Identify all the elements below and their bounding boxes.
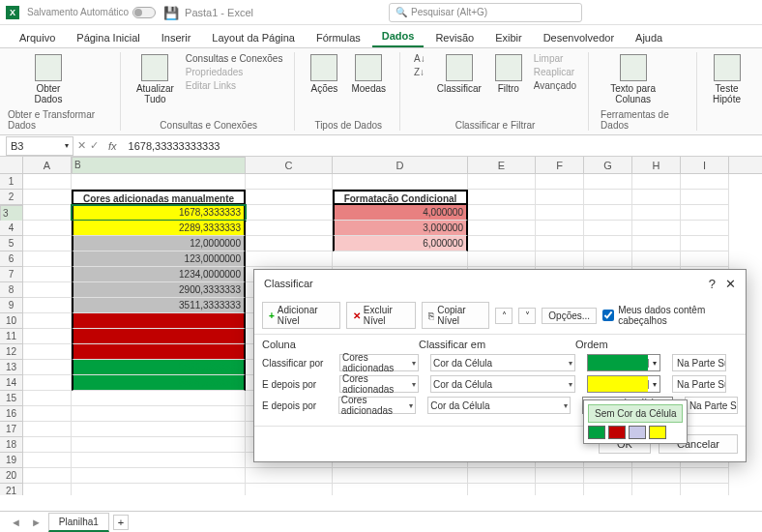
cell[interactable] — [468, 221, 536, 236]
cell[interactable] — [632, 484, 681, 495]
sort-order-select[interactable]: Na Parte Sup▾ — [685, 397, 738, 414]
cell[interactable] — [584, 484, 632, 495]
cell[interactable] — [632, 236, 681, 251]
cell[interactable]: 2289,3333333 — [72, 221, 246, 236]
row-header[interactable]: 8 — [0, 282, 23, 298]
cell[interactable] — [632, 251, 681, 267]
refresh-all-button[interactable]: Atualizar Tudo — [132, 52, 178, 106]
cell[interactable] — [681, 484, 729, 495]
cell[interactable] — [536, 190, 584, 205]
col-header[interactable]: I — [681, 157, 729, 173]
filter-button[interactable]: Filtro — [491, 52, 526, 96]
add-sheet-button[interactable]: + — [113, 515, 129, 530]
cell[interactable] — [246, 190, 333, 205]
cell[interactable] — [23, 174, 72, 190]
menu-tab-arquivo[interactable]: Arquivo — [10, 28, 65, 47]
move-down-button[interactable]: ˅ — [518, 308, 536, 324]
cell[interactable] — [468, 484, 536, 495]
cell[interactable] — [632, 205, 681, 221]
cell[interactable] — [681, 174, 729, 190]
cell[interactable] — [246, 236, 333, 251]
cell[interactable] — [72, 484, 246, 495]
help-icon[interactable]: ? — [709, 277, 716, 291]
cell[interactable] — [584, 468, 632, 484]
cell[interactable] — [23, 360, 72, 375]
menu-tab-ajuda[interactable]: Ajuda — [626, 28, 672, 47]
cell[interactable] — [72, 453, 246, 468]
cell[interactable] — [681, 221, 729, 236]
ribbon-icon[interactable] — [665, 69, 681, 84]
enter-icon[interactable]: ✓ — [90, 139, 99, 152]
toggle-switch[interactable] — [132, 7, 156, 18]
cell[interactable] — [536, 484, 584, 495]
cell[interactable] — [536, 205, 584, 221]
cell[interactable] — [23, 313, 72, 329]
menu-tab-revisão[interactable]: Revisão — [425, 28, 484, 47]
cell[interactable] — [584, 236, 632, 251]
cell[interactable]: 1678,3333333 — [72, 205, 246, 221]
cell[interactable] — [681, 236, 729, 251]
row-header[interactable]: 14 — [0, 375, 23, 391]
sheet-tab[interactable]: Planilha1 — [48, 513, 109, 532]
row-header[interactable]: 1 — [0, 174, 23, 190]
cell[interactable] — [23, 344, 72, 360]
get-data-button[interactable]: Obter Dados — [31, 52, 67, 106]
cell[interactable] — [584, 221, 632, 236]
sort-az[interactable]: A↓ — [412, 52, 427, 65]
search-box[interactable]: 🔍 Pesquisar (Alt+G) — [389, 3, 582, 22]
queries-connections[interactable]: Consultas e Conexões — [184, 52, 285, 65]
cell[interactable]: Cores adicionadas manualmente — [72, 190, 246, 205]
cell[interactable] — [681, 205, 729, 221]
row-header[interactable]: 18 — [0, 437, 23, 453]
sort-za[interactable]: Z↓ — [412, 66, 427, 78]
cell[interactable]: 3,000000 — [333, 221, 468, 236]
cell[interactable]: 4,000000 — [333, 205, 468, 221]
sort-column-select[interactable]: Cores adicionadas▾ — [339, 375, 419, 393]
clear[interactable]: Limpar — [532, 52, 578, 65]
sort-button[interactable]: Classificar — [433, 52, 485, 96]
cell[interactable]: 5955,3333333 — [72, 360, 246, 375]
ribbon-icon[interactable] — [665, 52, 681, 68]
cell[interactable] — [246, 205, 333, 221]
cell[interactable] — [536, 468, 584, 484]
color-picker[interactable]: ▾ — [587, 375, 660, 393]
ribbon-icon[interactable] — [72, 69, 87, 84]
menu-tab-página-inicial[interactable]: Página Inicial — [67, 28, 149, 47]
cell[interactable] — [584, 174, 632, 190]
cell[interactable] — [23, 468, 72, 484]
row-header[interactable]: 20 — [0, 468, 23, 484]
row-header[interactable]: 5 — [0, 236, 23, 251]
col-header[interactable]: A — [23, 157, 72, 173]
cell[interactable] — [72, 468, 246, 484]
options-button[interactable]: Opções... — [542, 308, 597, 324]
sort-order-select[interactable]: Na Parte Sup▾ — [672, 375, 726, 393]
cell[interactable] — [246, 174, 333, 190]
cell[interactable] — [468, 190, 536, 205]
copy-level-button[interactable]: ⎘Copiar Nível — [422, 302, 489, 329]
delete-level-button[interactable]: ✕Excluir Nível — [346, 302, 416, 329]
cell[interactable]: 123,0000000 — [72, 251, 246, 267]
cell[interactable] — [23, 251, 72, 267]
advanced[interactable]: Avançado — [532, 79, 578, 92]
cell[interactable] — [72, 391, 246, 406]
cell[interactable] — [468, 236, 536, 251]
cell[interactable]: 5344,3333333 — [72, 344, 246, 360]
row-header[interactable]: 11 — [0, 329, 23, 344]
cell[interactable] — [632, 190, 681, 205]
cell[interactable] — [23, 298, 72, 313]
cell[interactable] — [23, 422, 72, 437]
cell[interactable] — [681, 190, 729, 205]
cell[interactable] — [23, 190, 72, 205]
cell[interactable] — [246, 484, 333, 495]
cell[interactable] — [536, 221, 584, 236]
cell[interactable]: 12,0000000 — [72, 236, 246, 251]
col-header[interactable]: G — [584, 157, 632, 173]
col-header[interactable]: E — [468, 157, 536, 173]
name-box[interactable]: B3▾ — [6, 136, 73, 156]
cell[interactable] — [632, 468, 681, 484]
menu-tab-inserir[interactable]: Inserir — [152, 28, 201, 47]
cell[interactable] — [246, 468, 333, 484]
what-if-button[interactable]: Teste Hipóte — [709, 52, 745, 106]
reapply[interactable]: Reaplicar — [532, 66, 578, 78]
sort-on-select[interactable]: Cor da Célula▾ — [427, 397, 570, 414]
